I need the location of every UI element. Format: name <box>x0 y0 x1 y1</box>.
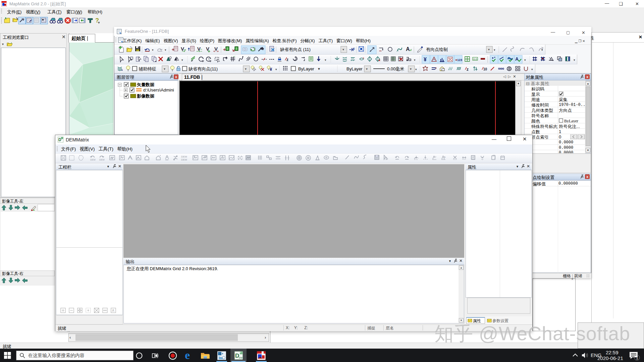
svg-text:DEM: DEM <box>99 159 105 161</box>
svg-text:DEM: DEM <box>181 155 187 158</box>
svg-text:▾: ▾ <box>164 67 165 71</box>
svg-text:ByLayer: ByLayer <box>298 66 314 71</box>
svg-text:▾: ▾ <box>541 48 543 52</box>
svg-text:DEM: DEM <box>181 158 187 161</box>
svg-text:V: V <box>197 46 201 52</box>
svg-text:V: V <box>181 46 184 52</box>
svg-text:▾: ▾ <box>574 58 575 62</box>
svg-text:缺省有向点(11): 缺省有向点(11) <box>189 66 218 71</box>
svg-text:▾: ▾ <box>342 48 344 51</box>
svg-text:¥: ¥ <box>424 57 427 62</box>
svg-text:▾: ▾ <box>494 48 495 52</box>
svg-text:A: A <box>515 56 519 62</box>
svg-text:▾: ▾ <box>325 58 326 62</box>
svg-text:D: D <box>58 137 61 142</box>
svg-text:z: z <box>467 67 469 72</box>
svg-text:ByLayer: ByLayer <box>346 66 363 71</box>
svg-text:▾: ▾ <box>245 67 247 71</box>
svg-text:▾: ▾ <box>531 68 533 71</box>
svg-text:?: ? <box>435 156 436 159</box>
svg-text:EM: EM <box>239 357 243 359</box>
svg-text:DEM: DEM <box>90 159 96 161</box>
svg-text:影像数据: 影像数据 <box>137 94 155 99</box>
svg-text:0.00毫米: 0.00毫米 <box>387 66 404 71</box>
svg-text:▾: ▾ <box>165 48 166 52</box>
svg-text:▾: ▾ <box>366 67 368 71</box>
svg-text:¥: ¥ <box>270 67 272 72</box>
svg-text:0.0: 0.0 <box>473 58 477 61</box>
svg-text:?: ? <box>208 58 210 61</box>
svg-text:1: 1 <box>636 356 638 360</box>
svg-text:z: z <box>286 57 288 62</box>
svg-text:123: 123 <box>457 58 462 62</box>
svg-text:▾: ▾ <box>181 58 183 62</box>
svg-text:▾: ▾ <box>488 48 490 51</box>
svg-text:▾: ▾ <box>152 48 154 52</box>
svg-text:有向点绘制: 有向点绘制 <box>426 47 448 52</box>
svg-text:辅助特征: 辅助特征 <box>139 66 156 71</box>
svg-text:▾: ▾ <box>524 58 526 62</box>
svg-text:A: A <box>406 46 410 52</box>
svg-text:V: V <box>214 46 218 52</box>
svg-text:▾: ▾ <box>415 68 417 71</box>
svg-text:10: 10 <box>483 67 487 71</box>
svg-text:▼: ▼ <box>317 67 321 71</box>
svg-text:A: A <box>444 156 446 159</box>
svg-text:▾: ▾ <box>275 68 277 71</box>
svg-text:F: F <box>353 47 355 52</box>
svg-text:矢量数据: 矢量数据 <box>137 82 155 87</box>
svg-text:▾: ▾ <box>98 20 100 24</box>
svg-text:A: A <box>112 309 114 312</box>
svg-text:缺省有向点 (11): 缺省有向点 (11) <box>280 47 311 52</box>
svg-text:▾: ▾ <box>410 67 412 71</box>
svg-text:d:\Users\Admini: d:\Users\Admini <box>143 87 174 93</box>
svg-text:▾: ▾ <box>414 58 416 62</box>
